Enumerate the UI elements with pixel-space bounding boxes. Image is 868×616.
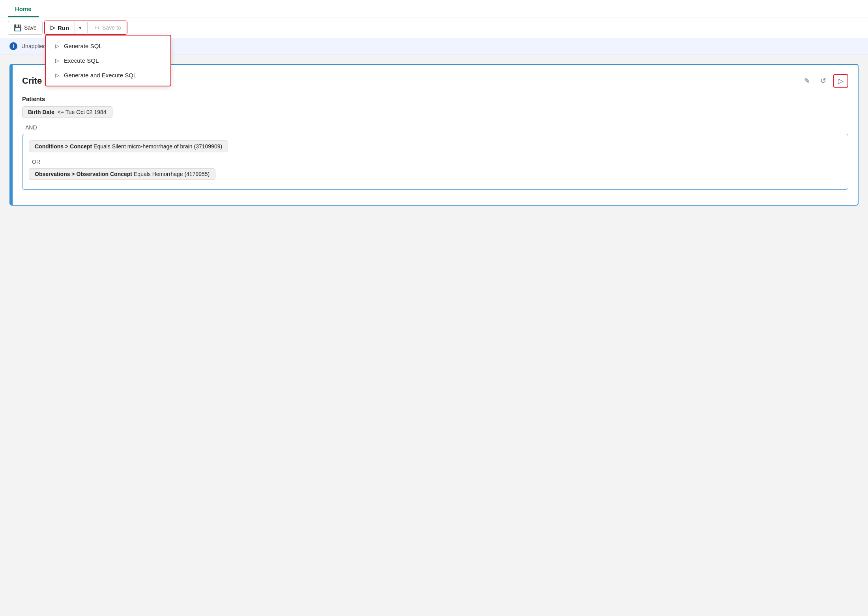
generate-execute-sql-play-icon: ▷ xyxy=(55,72,59,78)
execute-sql-play-icon: ▷ xyxy=(55,58,59,64)
conditions-bold: Conditions > Concept xyxy=(35,143,92,150)
save-to-arrow-icon: ↦ xyxy=(95,24,100,31)
run-button[interactable]: ▷ Run xyxy=(45,21,75,34)
generate-sql-item[interactable]: ▷ Generate SQL xyxy=(46,39,170,53)
criteria-title: Crite xyxy=(22,76,42,86)
nested-criteria: Conditions > Concept Equals Silent micro… xyxy=(22,134,848,190)
chevron-down-icon: ▾ xyxy=(79,25,82,31)
save-button[interactable]: 💾 Save xyxy=(8,21,43,35)
criteria-actions: ✎ ↺ ▷ xyxy=(801,74,848,88)
undo-button[interactable]: ↺ xyxy=(817,75,829,87)
info-banner-prefix: Unapplied xyxy=(21,43,46,49)
generate-sql-play-icon: ▷ xyxy=(55,43,59,49)
criteria-run-icon: ▷ xyxy=(838,77,844,85)
save-label: Save xyxy=(24,24,37,31)
patients-block: Patients Birth Date <= Tue Oct 02 1984 A… xyxy=(22,95,848,190)
toolbar-divider xyxy=(87,22,88,33)
generate-execute-sql-item[interactable]: ▷ Generate and Execute SQL xyxy=(46,68,170,82)
save-to-button[interactable]: ↦ Save to xyxy=(89,21,126,34)
save-icon: 💾 xyxy=(14,24,22,32)
home-tab[interactable]: Home xyxy=(8,2,39,17)
save-to-label: Save to xyxy=(102,24,121,31)
conditions-text: Equals Silent micro-hemorrhage of brain … xyxy=(94,143,222,150)
run-play-icon: ▷ xyxy=(51,24,55,31)
or-label: OR xyxy=(32,159,842,165)
execute-sql-label: Execute SQL xyxy=(64,57,99,64)
toolbar: 💾 Save ▷ Run ▾ ↦ Save to ▷ Generate SQL … xyxy=(0,17,868,38)
run-dropdown-menu: ▷ Generate SQL ▷ Execute SQL ▷ Generate … xyxy=(45,35,171,86)
birth-date-value: <= Tue Oct 02 1984 xyxy=(56,109,107,115)
run-group: ▷ Run ▾ ↦ Save to ▷ Generate SQL ▷ Execu… xyxy=(44,21,127,35)
birth-date-pill: Birth Date <= Tue Oct 02 1984 xyxy=(22,106,112,118)
execute-sql-item[interactable]: ▷ Execute SQL xyxy=(46,53,170,68)
generate-execute-sql-label: Generate and Execute SQL xyxy=(64,72,137,79)
and-label: AND xyxy=(25,124,848,131)
generate-sql-label: Generate SQL xyxy=(64,43,102,49)
observations-text: Equals Hemorrhage (4179955) xyxy=(134,171,210,177)
conditions-pill: Conditions > Concept Equals Silent micro… xyxy=(29,140,228,152)
criteria-run-button[interactable]: ▷ xyxy=(833,74,848,88)
edit-button[interactable]: ✎ xyxy=(801,75,813,87)
observations-pill: Observations > Observation Concept Equal… xyxy=(29,168,215,180)
birth-date-label: Birth Date xyxy=(28,109,54,115)
patients-label: Patients xyxy=(22,95,848,102)
info-icon: i xyxy=(9,42,17,50)
observations-bold: Observations > Observation Concept xyxy=(35,171,132,177)
run-dropdown-trigger[interactable]: ▾ xyxy=(75,21,86,34)
run-label: Run xyxy=(58,24,69,31)
top-nav: Home xyxy=(0,0,868,17)
undo-icon: ↺ xyxy=(820,77,826,85)
pencil-icon: ✎ xyxy=(804,77,810,85)
